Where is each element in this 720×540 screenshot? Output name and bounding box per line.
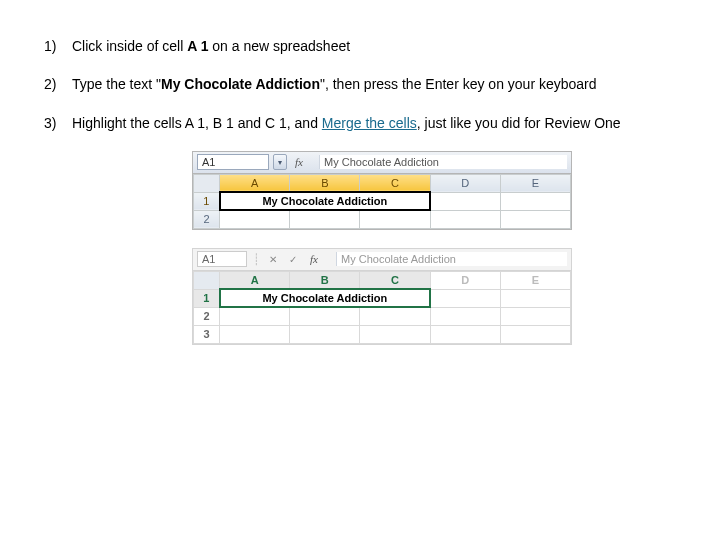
col-header-c[interactable]: C — [360, 271, 430, 289]
formula-bar: A1 ┊ ✕ ✓ fx My Chocolate Addiction — [193, 249, 571, 271]
name-box-dropdown-icon[interactable]: ▾ — [273, 154, 287, 170]
cell-b2[interactable] — [290, 210, 360, 228]
step-number: 2) — [44, 74, 72, 94]
step-1: 1) Click inside of cell A 1 on a new spr… — [44, 36, 676, 56]
cell-a2[interactable] — [220, 210, 290, 228]
row-header-2[interactable]: 2 — [194, 307, 220, 325]
step-text: Highlight the cells A 1, B 1 and C 1, an… — [72, 113, 676, 133]
name-box[interactable]: A1 — [197, 251, 247, 267]
col-header-e[interactable]: E — [500, 174, 570, 192]
formula-input[interactable]: My Chocolate Addiction — [336, 252, 567, 266]
step-number: 3) — [44, 113, 72, 133]
step-number: 1) — [44, 36, 72, 56]
col-header-d[interactable]: D — [430, 271, 500, 289]
cell-e2[interactable] — [500, 210, 570, 228]
cell-e2[interactable] — [500, 307, 570, 325]
formula-bar: A1 ▾ fx My Chocolate Addiction — [193, 152, 571, 174]
fx-icon[interactable]: fx — [310, 253, 330, 265]
cell-b3[interactable] — [290, 325, 360, 343]
cell-e1[interactable] — [500, 289, 570, 307]
cell-d3[interactable] — [430, 325, 500, 343]
step-text: Type the text "My Chocolate Addiction", … — [72, 74, 676, 94]
cell-c2[interactable] — [360, 307, 430, 325]
row-header-3[interactable]: 3 — [194, 325, 220, 343]
name-box[interactable]: A1 — [197, 154, 269, 170]
cell-a3[interactable] — [220, 325, 290, 343]
col-header-b[interactable]: B — [290, 271, 360, 289]
col-header-c[interactable]: C — [360, 174, 430, 192]
col-header-a[interactable]: A — [220, 174, 290, 192]
select-all-corner[interactable] — [194, 174, 220, 192]
step-text: Click inside of cell A 1 on a new spread… — [72, 36, 676, 56]
cell-c3[interactable] — [360, 325, 430, 343]
step-3: 3) Highlight the cells A 1, B 1 and C 1,… — [44, 113, 676, 133]
merged-cell-a1c1[interactable]: My Chocolate Addiction — [220, 192, 431, 210]
spreadsheet-preview-excel2007: A1 ▾ fx My Chocolate Addiction ABCDE1 My… — [192, 151, 572, 230]
formula-input[interactable]: My Chocolate Addiction — [319, 155, 567, 169]
cell-d1[interactable] — [430, 192, 500, 210]
spreadsheet-preview-excel2013: A1 ┊ ✕ ✓ fx My Chocolate Addiction ABCDE… — [192, 248, 572, 345]
cell-d2[interactable] — [430, 307, 500, 325]
cell-b2[interactable] — [290, 307, 360, 325]
cell-d2[interactable] — [430, 210, 500, 228]
col-header-d[interactable]: D — [430, 174, 500, 192]
cancel-icon[interactable]: ✕ — [266, 254, 280, 265]
cell-e3[interactable] — [500, 325, 570, 343]
merged-cell-a1c1[interactable]: My Chocolate Addiction — [220, 289, 431, 307]
row-header-1[interactable]: 1 — [194, 192, 220, 210]
cell-c2[interactable] — [360, 210, 430, 228]
row-header-2[interactable]: 2 — [194, 210, 220, 228]
cell-e1[interactable] — [500, 192, 570, 210]
fx-icon[interactable]: fx — [295, 156, 315, 168]
select-all-corner[interactable] — [194, 271, 220, 289]
cell-d1[interactable] — [430, 289, 500, 307]
merge-cells-link[interactable]: Merge the cells — [322, 115, 417, 131]
col-header-a[interactable]: A — [220, 271, 290, 289]
enter-icon[interactable]: ✓ — [286, 254, 300, 265]
instruction-list: 1) Click inside of cell A 1 on a new spr… — [44, 36, 676, 133]
step-2: 2) Type the text "My Chocolate Addiction… — [44, 74, 676, 94]
cell-a2[interactable] — [220, 307, 290, 325]
col-header-b[interactable]: B — [290, 174, 360, 192]
col-header-e[interactable]: E — [500, 271, 570, 289]
row-header-1[interactable]: 1 — [194, 289, 220, 307]
